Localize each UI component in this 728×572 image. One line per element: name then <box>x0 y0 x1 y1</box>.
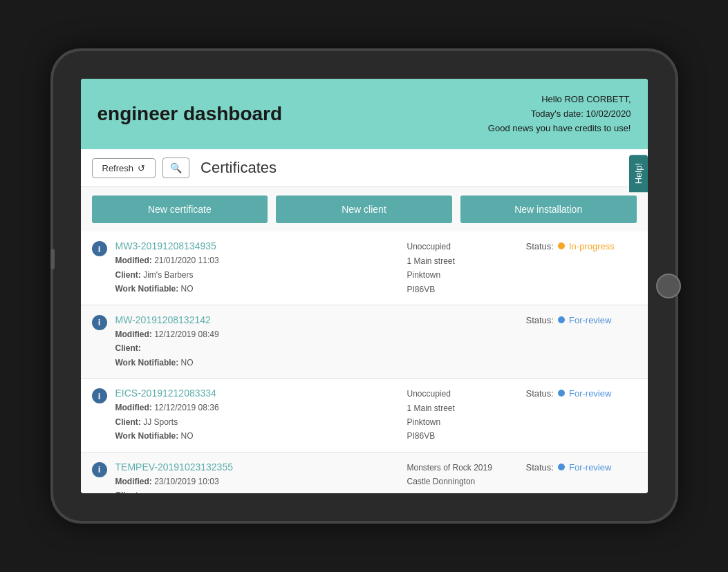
cert-status: Status: In-progress <box>526 240 637 251</box>
cert-meta: Modified: 21/01/2020 11:03 Client: Jim's… <box>115 254 399 296</box>
app-title: engineer dashboard <box>97 103 283 125</box>
cert-main: TEMPEV-20191023132355 Modified: 23/10/20… <box>115 461 399 493</box>
refresh-button[interactable]: Refresh ↺ <box>92 158 156 178</box>
cert-client: Client: <box>115 341 399 355</box>
tablet-screen: engineer dashboard Hello ROB CORBETT, To… <box>81 79 648 493</box>
status-dot <box>558 316 565 323</box>
postcode: PI86VB <box>407 429 518 443</box>
status-value: For-review <box>569 388 611 399</box>
greeting-text: Hello ROB CORBETT, <box>488 93 631 107</box>
info-icon[interactable]: i <box>92 241 107 256</box>
status-label: Status: <box>526 315 554 325</box>
location-name: Unoccupied <box>407 387 518 401</box>
cert-client: Client: JJ Sports <box>115 415 399 429</box>
status-label: Status: <box>526 388 554 399</box>
cert-main: MW3-20191208134935 Modified: 21/01/2020 … <box>115 240 399 296</box>
credits-text: Good news you have credits to use! <box>488 122 631 136</box>
cert-meta: Modified: 12/12/2019 08:49 Client: Work … <box>115 327 399 370</box>
address-line1: 1 Main street <box>407 401 518 415</box>
certificate-list: i MW3-20191208134935 Modified: 21/01/202… <box>81 231 648 493</box>
table-row: i MW3-20191208134935 Modified: 21/01/202… <box>81 231 648 305</box>
tablet-frame: engineer dashboard Hello ROB CORBETT, To… <box>53 51 675 521</box>
cert-work-notifiable: Work Notifiable: NO <box>115 356 399 370</box>
status-label: Status: <box>526 462 554 473</box>
cert-location: Unoccupied 1 Main street Pinktown PI86VB <box>407 240 518 296</box>
cert-work-notifiable: Work Notifiable: NO <box>115 282 399 296</box>
cert-id-link[interactable]: TEMPEV-20191023132355 <box>115 461 233 473</box>
address-line1: Castle Donnington <box>407 475 518 488</box>
home-button[interactable] <box>656 274 681 298</box>
action-row: New certificate New client New installat… <box>81 187 648 231</box>
location-name: Unoccupied <box>407 240 518 254</box>
status-dot <box>558 464 565 470</box>
cert-main: MW-20191208132142 Modified: 12/12/2019 0… <box>115 314 399 370</box>
date-text: Today's date: 10/02/2020 <box>488 107 631 122</box>
status-value: For-review <box>569 462 611 473</box>
postcode: PI86VB <box>407 283 518 296</box>
cert-modified: Modified: 23/10/2019 10:03 <box>115 475 399 488</box>
side-button <box>50 249 55 269</box>
status-value: In-progress <box>569 241 615 251</box>
table-row: i EICS-20191212083334 Modified: 12/12/20… <box>81 379 648 452</box>
cert-modified: Modified: 12/12/2019 08:49 <box>115 327 399 341</box>
cert-meta: Modified: 23/10/2019 10:03 Client: <box>115 475 399 493</box>
info-icon[interactable]: i <box>92 388 107 403</box>
cert-id-link[interactable]: MW-20191208132142 <box>115 314 211 325</box>
table-row: i TEMPEV-20191023132355 Modified: 23/10/… <box>81 452 648 493</box>
cert-location: Monsters of Rock 2019 Castle Donnington <box>407 461 518 489</box>
status-label: Status: <box>526 241 554 251</box>
cert-main: EICS-20191212083334 Modified: 12/12/2019… <box>115 387 399 443</box>
info-icon[interactable]: i <box>92 315 107 330</box>
address-line2: Pinktown <box>407 268 518 282</box>
new-installation-button[interactable]: New installation <box>460 196 637 223</box>
cert-meta: Modified: 12/12/2019 08:36 Client: JJ Sp… <box>115 401 399 443</box>
cert-modified: Modified: 21/01/2020 11:03 <box>115 254 399 267</box>
cert-client: Client: Jim's Barbers <box>115 268 399 282</box>
cert-status: Status: For-review <box>526 387 637 399</box>
cert-modified: Modified: 12/12/2019 08:36 <box>115 401 399 414</box>
header-info: Hello ROB CORBETT, Today's date: 10/02/2… <box>488 93 631 135</box>
table-row: i MW-20191208132142 Modified: 12/12/2019… <box>81 305 648 379</box>
search-button[interactable]: 🔍 <box>162 158 189 178</box>
new-client-button[interactable]: New client <box>276 196 452 223</box>
address-line2: Pinktown <box>407 415 518 429</box>
cert-status: Status: For-review <box>526 461 637 473</box>
page-title: Certificates <box>200 159 277 177</box>
cert-status: Status: For-review <box>526 314 637 325</box>
location-name: Monsters of Rock 2019 <box>407 461 518 475</box>
status-dot <box>558 242 565 249</box>
new-certificate-button[interactable]: New certificate <box>92 196 268 223</box>
cert-location: Unoccupied 1 Main street Pinktown PI86VB <box>407 387 518 444</box>
refresh-label: Refresh <box>102 163 134 173</box>
address-line1: 1 Main street <box>407 254 518 268</box>
cert-client: Client: <box>115 488 399 493</box>
status-dot <box>558 390 565 397</box>
refresh-icon: ↺ <box>138 163 145 173</box>
app-header: engineer dashboard Hello ROB CORBETT, To… <box>81 79 648 149</box>
help-button[interactable]: Help! <box>629 155 648 192</box>
cert-id-link[interactable]: EICS-20191212083334 <box>115 388 216 399</box>
cert-id-link[interactable]: MW3-20191208134935 <box>115 240 216 251</box>
status-value: For-review <box>569 315 611 325</box>
toolbar: Refresh ↺ 🔍 Certificates <box>81 149 648 187</box>
cert-work-notifiable: Work Notifiable: NO <box>115 429 399 443</box>
search-icon: 🔍 <box>170 162 182 173</box>
info-icon[interactable]: i <box>92 462 107 477</box>
